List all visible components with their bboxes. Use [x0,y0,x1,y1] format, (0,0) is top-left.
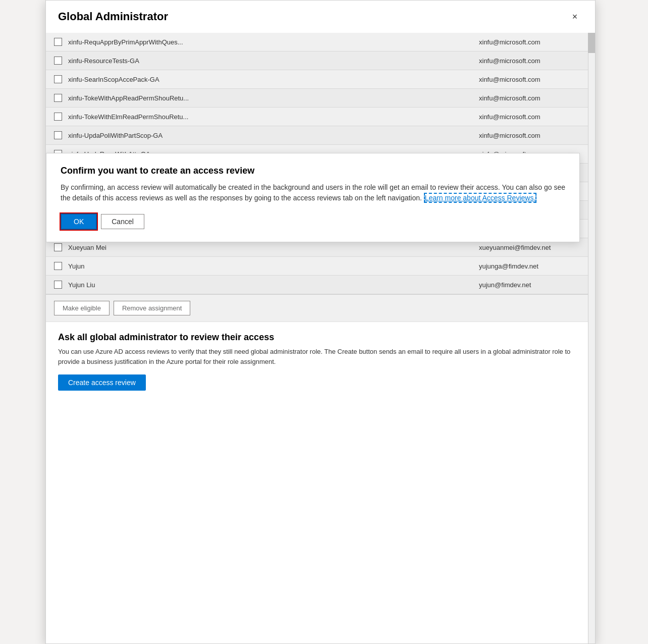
confirm-dialog-body: By confirming, an access review will aut… [61,182,565,203]
list-item-name: xinfu-UpdaPoliWithPartScop-GA [68,132,479,139]
list-checkbox[interactable] [54,57,62,65]
learn-more-link[interactable]: Learn more about Access Reviews. [424,193,536,203]
confirm-dialog: Confirm you want to create an access rev… [46,153,580,242]
confirm-actions: OK Cancel [61,213,565,230]
dialog-header: Global Administrator × [46,1,595,33]
scrollbar[interactable] [588,33,595,643]
list-item-email: xinfu@microsoft.com [479,38,580,46]
list-item: xinfu-RequApprByPrimApprWithQues... xinf… [46,33,588,51]
cancel-button[interactable]: Cancel [101,214,144,229]
access-review-description: You can use Azure AD access reviews to v… [58,347,576,366]
list-item-email: xinfu@microsoft.com [479,113,580,121]
list-item-email: xueyuanmei@fimdev.net [479,244,580,251]
list-item-email: xinfu@microsoft.com [479,94,580,102]
list-checkbox[interactable] [54,262,62,270]
scrollbar-thumb[interactable] [588,33,595,53]
list-item-name: xinfu-TokeWithElmReadPermShouRetu... [68,113,479,121]
list-item: xinfu-UpdaPoliWithPartScop-GA xinfu@micr… [46,126,588,145]
list-checkbox[interactable] [54,281,62,289]
list-item-name: xinfu-ResourceTests-GA [68,57,479,65]
list-item-name: Xueyuan Mei [68,244,479,251]
list-item-email: xinfu@microsoft.com [479,76,580,83]
remove-assignment-button[interactable]: Remove assignment [114,301,191,315]
list-item: Yujun yujunga@fimdev.net [46,257,588,276]
list-item-name: Yujun [68,262,479,270]
list-checkbox[interactable] [54,38,62,46]
list-item-email: xinfu@microsoft.com [479,132,580,139]
make-eligible-button[interactable]: Make eligible [54,301,110,315]
close-button[interactable]: × [567,9,583,25]
confirm-dialog-title: Confirm you want to create an access rev… [61,166,565,176]
access-review-title: Ask all global administrator to review t… [58,332,576,343]
list-item-name: Yujun Liu [68,281,479,289]
list-checkbox[interactable] [54,131,62,139]
list-item: xinfu-ResourceTests-GA xinfu@microsoft.c… [46,51,588,70]
list-checkbox[interactable] [54,94,62,102]
list-item-name: xinfu-RequApprByPrimApprWithQues... [68,38,479,46]
list-item-email: yujun@fimdev.net [479,281,580,289]
create-access-review-button[interactable]: Create access review [58,374,146,391]
list-checkbox[interactable] [54,243,62,251]
content-wrapper: xinfu-RequApprByPrimApprWithQues... xinf… [46,33,588,643]
list-item: Yujun Liu yujun@fimdev.net [46,276,588,294]
list-checkbox[interactable] [54,75,62,83]
list-item: xinfu-TokeWithElmReadPermShouRetu... xin… [46,108,588,126]
ok-button[interactable]: OK [61,213,97,230]
list-checkbox[interactable] [54,113,62,121]
list-item-name: xinfu-TokeWithAppReadPermShouRetu... [68,94,479,102]
list-item-email: xinfu@microsoft.com [479,57,580,65]
list-item-email: yujunga@fimdev.net [479,262,580,270]
main-panel: Global Administrator × xinfu-RequApprByP… [0,0,648,644]
access-review-section: Ask all global administrator to review t… [46,321,588,401]
list-item: xinfu-TokeWithAppReadPermShouRetu... xin… [46,89,588,108]
action-buttons-row: Make eligible Remove assignment [46,294,588,321]
list-item: xinfu-SearInScopAccePack-GA xinfu@micros… [46,70,588,89]
dialog-window: Global Administrator × xinfu-RequApprByP… [45,0,596,644]
list-item-name: xinfu-SearInScopAccePack-GA [68,76,479,83]
dialog-title: Global Administrator [58,10,168,23]
